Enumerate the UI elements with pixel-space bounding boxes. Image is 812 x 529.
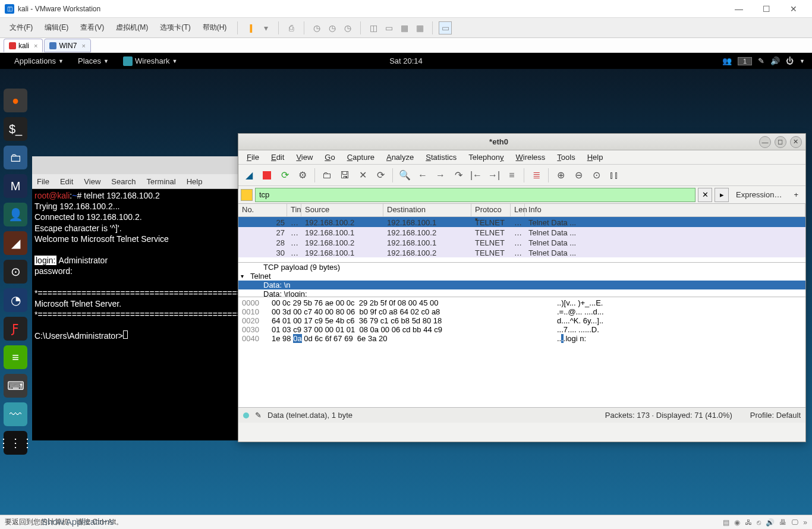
col-info[interactable]: Info [525, 204, 805, 216]
clear-filter-icon[interactable]: ✕ [698, 188, 712, 202]
dock-metasploit[interactable]: M [4, 174, 27, 198]
dev-net-icon[interactable]: 🖧 [745, 518, 752, 527]
close-file-icon[interactable]: ✕ [354, 167, 371, 184]
vm-tab-kali[interactable]: kali × [4, 39, 43, 52]
dock-app3[interactable]: ⊙ [4, 260, 27, 284]
hex-row[interactable]: 001000 3d 00 c7 40 00 80 06 b0 9f c0 a8 … [242, 307, 802, 316]
hex-row[interactable]: 002064 01 00 17 c9 5e 4b c6 36 79 c1 c6 … [242, 316, 802, 325]
close-icon[interactable]: × [81, 42, 85, 49]
dev-sound-icon[interactable]: 🔊 [766, 518, 775, 527]
places-menu[interactable]: Places ▼ [71, 56, 116, 65]
brush-icon[interactable]: ✎ [758, 56, 764, 65]
menu-tabs[interactable]: 选项卡(T) [155, 20, 195, 35]
dev-display-icon[interactable]: 🖵 [791, 518, 798, 527]
dock-app2[interactable]: ◢ [4, 231, 27, 255]
zoom-out-icon[interactable]: ⊖ [570, 167, 587, 184]
col-destination[interactable]: Destination [383, 204, 471, 216]
apply-filter-icon[interactable]: ▸ [715, 188, 729, 202]
ws-menu-wireless[interactable]: Wireless [511, 152, 550, 163]
col-protocol[interactable]: Protoco ▾ [471, 204, 511, 216]
packet-details[interactable]: TCP payload (9 bytes)▾TelnetData: \nData… [238, 262, 805, 297]
reload-icon[interactable]: ⟳ [372, 167, 389, 184]
ws-maximize-button[interactable]: ◻ [775, 136, 786, 148]
find-icon[interactable]: 🔍 [396, 167, 413, 184]
last-icon[interactable]: →| [486, 167, 502, 184]
dev-cd-icon[interactable]: ◉ [734, 518, 740, 527]
dock-app4[interactable]: ◔ [4, 288, 27, 312]
ws-menu-file[interactable]: File [242, 152, 264, 163]
ws-menu-telephony[interactable]: Telephony [464, 152, 508, 163]
ws-menu-stats[interactable]: Statistics [421, 152, 461, 163]
prev-icon[interactable]: ← [414, 167, 431, 184]
wireshark-titlebar[interactable]: *eth0 — ◻ ✕ [238, 134, 805, 150]
users-icon[interactable]: 👥 [722, 56, 732, 65]
fullscreen-icon[interactable]: ▭ [439, 21, 452, 34]
start-capture-icon[interactable]: ◢ [241, 167, 257, 184]
dev-more-icon[interactable]: » [803, 518, 807, 527]
menu-view[interactable]: 查看(V) [75, 20, 109, 35]
dock-app6[interactable]: ≡ [4, 345, 27, 369]
col-time[interactable]: Tin [287, 204, 301, 216]
ws-menu-analyze[interactable]: Analyze [382, 152, 418, 163]
power-icon[interactable]: ⏻ [786, 56, 794, 65]
resize-cols-icon[interactable]: ⫿⫿ [606, 167, 622, 184]
packet-list[interactable]: No. Tin Source Destination Protoco ▾ Len… [238, 204, 805, 262]
packet-row[interactable]: 27…192.168.100.1192.168.100.2TELNET…Teln… [238, 227, 805, 237]
menu-help[interactable]: 帮助(H) [198, 20, 232, 35]
dock-app5[interactable]: Ƒ [4, 317, 27, 341]
col-length[interactable]: Len [511, 204, 525, 216]
stop-capture-icon[interactable] [259, 167, 275, 184]
ws-menu-view[interactable]: View [291, 152, 317, 163]
term-menu-file[interactable]: File [37, 177, 49, 186]
bookmark-icon[interactable] [241, 189, 253, 201]
term-menu-view[interactable]: View [84, 177, 100, 186]
view2-icon[interactable]: ▭ [382, 21, 395, 34]
term-menu-search[interactable]: Search [111, 177, 136, 186]
status-profile[interactable]: Profile: Default [750, 411, 801, 420]
send-icon[interactable]: ⎙ [285, 21, 298, 34]
goto-icon[interactable]: ↷ [450, 167, 467, 184]
dock-wireshark[interactable]: 〰 [4, 402, 27, 426]
snapshot2-icon[interactable]: ◷ [326, 21, 339, 34]
ws-close-button[interactable]: ✕ [790, 136, 802, 148]
dock-firefox[interactable]: ● [4, 89, 27, 112]
view3-icon[interactable]: ▦ [398, 21, 411, 34]
close-icon[interactable]: × [34, 42, 37, 49]
dropdown-icon[interactable]: ▾ [259, 21, 272, 34]
edit-icon[interactable]: ✎ [255, 411, 262, 420]
hex-row[interactable]: 000000 0c 29 5b 76 ae 00 0c 29 2b 5f 0f … [242, 298, 802, 307]
packet-row[interactable]: 30…192.168.100.1192.168.100.2TELNET…Teln… [238, 247, 805, 257]
hex-row[interactable]: 003001 03 c9 37 00 00 01 01 08 0a 00 06 … [242, 325, 802, 334]
col-no[interactable]: No. [238, 204, 287, 216]
term-menu-terminal[interactable]: Terminal [147, 177, 176, 186]
dock-files[interactable]: 🗀 [4, 146, 27, 169]
next-icon[interactable]: → [432, 167, 449, 184]
tree-row[interactable]: ▾Telnet [238, 272, 805, 281]
dev-printer-icon[interactable]: 🖶 [779, 518, 786, 527]
pause-icon[interactable]: || [244, 21, 257, 34]
dock-app1[interactable]: 👤 [4, 203, 27, 226]
ws-minimize-button[interactable]: — [759, 136, 771, 148]
minimize-button[interactable]: — [725, 0, 753, 18]
ws-menu-edit[interactable]: Edit [266, 152, 289, 163]
zoom-reset-icon[interactable]: ⊙ [588, 167, 605, 184]
restart-capture-icon[interactable]: ⟳ [276, 167, 293, 184]
wireshark-menu[interactable]: Wireshark ▼ [116, 56, 184, 66]
dev-usb-icon[interactable]: ⎋ [757, 518, 761, 527]
autoscroll-icon[interactable]: ≡ [503, 167, 520, 184]
view1-icon[interactable]: ◫ [367, 21, 380, 34]
chevron-down-icon[interactable]: ▼ [800, 58, 805, 64]
dock-grid[interactable]: ⋮⋮⋮ [4, 431, 27, 455]
menu-file[interactable]: 文件(F) [5, 20, 37, 35]
ws-menu-capture[interactable]: Capture [342, 152, 379, 163]
term-menu-edit[interactable]: Edit [60, 177, 73, 186]
ws-menu-help[interactable]: Help [583, 152, 608, 163]
wireshark-window[interactable]: *eth0 — ◻ ✕ File Edit View Go Capture An… [238, 133, 806, 442]
volume-icon[interactable]: 🔊 [770, 56, 780, 65]
snapshot-mgr-icon[interactable]: ◷ [341, 21, 354, 34]
packet-row[interactable]: 28…192.168.100.2192.168.100.1TELNET…Teln… [238, 237, 805, 247]
display-filter-input[interactable]: tcp [255, 188, 695, 202]
vm-tab-win7[interactable]: WIN7 × [44, 39, 90, 52]
save-icon[interactable]: 🖫 [336, 167, 353, 184]
packet-row[interactable]: 25…192.168.100.2192.168.100.1TELNET…Teln… [238, 217, 805, 227]
